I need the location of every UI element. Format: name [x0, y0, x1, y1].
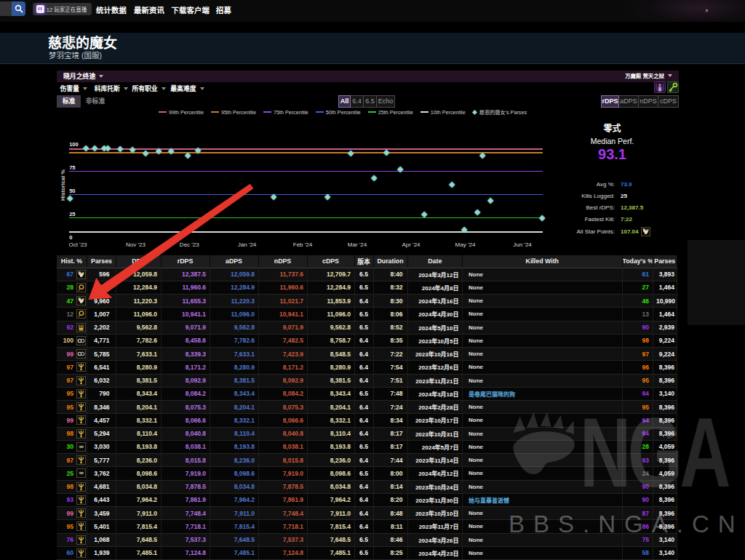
parse-point[interactable] — [347, 150, 354, 156]
parse-point[interactable] — [184, 152, 191, 159]
parse-point[interactable] — [82, 145, 89, 151]
patch-button-echo[interactable]: Echo — [377, 95, 395, 108]
table-row[interactable]: 95 5,401 7,815.4 7,718.1 7,815.4 7,718.1… — [57, 520, 677, 533]
patch-button-6.5[interactable]: 6.5 — [364, 95, 377, 108]
table-row[interactable]: 25∞ 3,762 8,098.6 7,919.0 8,098.6 7,919.… — [57, 467, 677, 480]
rdps-value: 7,878.5 — [161, 480, 210, 493]
patch-version: 6.4 — [354, 414, 373, 427]
table-row[interactable]: 60 1,939 7,485.1 7,124.8 7,485.1 7,124.8… — [57, 546, 677, 559]
dps-value: 7,485.1 — [116, 546, 162, 559]
table-row[interactable]: 93 6,443 7,964.2 7,861.9 7,964.2 7,861.9… — [57, 493, 677, 506]
table-row[interactable]: 12 1,007 11,096.0 10,941.1 11,096.0 10,9… — [57, 308, 677, 321]
patch-version: 6.4 — [354, 480, 373, 493]
killed-with: None — [463, 295, 623, 308]
boss-icon[interactable] — [654, 81, 666, 93]
search-button[interactable] — [12, 1, 25, 16]
ring-icon — [76, 309, 86, 319]
parse-point[interactable] — [383, 149, 389, 156]
table-row[interactable]: 67 596 12,059.8 12,387.5 12,059.8 11,737… — [57, 268, 677, 281]
table-row[interactable]: 47 9,960 11,220.3 11,655.3 11,220.3 11,0… — [57, 295, 677, 308]
stat-value: 73.9 — [621, 181, 632, 188]
table-row[interactable]: 99 5,785 7,633.1 8,339.3 7,633.1 7,423.9… — [57, 348, 677, 361]
stat-label: Avg %: — [546, 181, 615, 188]
table-row[interactable]: 97 6,032 8,381.5 8,092.9 8,381.5 8,092.9… — [57, 374, 677, 387]
kill-duration: 8:35 — [373, 334, 407, 347]
adps-value: 11,220.3 — [210, 295, 258, 308]
column-header[interactable]: nDPS — [258, 255, 307, 268]
killed-with-link[interactable]: 是卷尾巴猫咪的狗 — [469, 391, 515, 398]
filter-dropdown[interactable]: 科库托斯 — [95, 82, 128, 95]
column-header[interactable]: rDPS — [161, 255, 210, 268]
column-header[interactable]: aDPS — [210, 255, 258, 268]
table-row[interactable]: 97 5,777 8,236.0 8,015.8 8,236.0 8,015.8… — [57, 454, 677, 467]
column-header[interactable]: Duration — [373, 255, 407, 268]
table-row[interactable]: 98 5,294 8,110.4 8,040.8 8,110.4 8,040.8… — [57, 427, 677, 440]
adps-value: 9,562.8 — [210, 321, 258, 334]
table-row[interactable]: 95 790 8,343.4 8,084.2 8,343.4 8,084.2 8… — [57, 387, 677, 400]
ndps-value: 7,748.4 — [258, 507, 307, 520]
parse-point[interactable] — [142, 150, 148, 156]
table-row[interactable]: 97 6,541 8,280.9 8,171.2 8,280.9 8,171.2… — [57, 361, 677, 374]
column-header[interactable]: Hist. % — [57, 255, 87, 268]
metric-button-rdps[interactable]: rDPS — [601, 95, 619, 108]
column-header[interactable]: 版本 — [354, 255, 373, 268]
table-row[interactable]: 76 1,068 7,648.5 7,537.3 7,648.5 7,537.3… — [57, 533, 677, 546]
rdps-value: 12,387.5 — [161, 268, 210, 281]
twitch-live-badge[interactable]: 12 玩家正在直播 — [33, 3, 92, 16]
column-header[interactable]: Today's % — [622, 255, 653, 268]
parse-point[interactable] — [487, 197, 493, 204]
killed-with-value: None — [469, 297, 483, 304]
metric-button-cdps[interactable]: cDPS — [658, 95, 679, 108]
kill-date: 2024年3月18日 — [407, 387, 463, 400]
nav-link[interactable]: 最新资讯 — [134, 0, 164, 22]
patch-button-all[interactable]: All — [338, 95, 351, 108]
column-header[interactable]: cDPS — [307, 255, 354, 268]
killed-with-link[interactable]: 她与直暴皆逝憾 — [469, 497, 509, 504]
column-header[interactable]: Date — [407, 255, 463, 268]
parse-point[interactable] — [91, 145, 97, 151]
patch-button-6.4[interactable]: 6.4 — [351, 95, 364, 108]
metric-button-ndps[interactable]: nDPS — [639, 95, 658, 108]
tab-standard[interactable]: 标准 — [57, 95, 81, 108]
search-input[interactable] — [0, 1, 12, 16]
parse-point[interactable] — [474, 209, 480, 215]
table-row[interactable]: 95 8,346 8,204.1 8,075.3 8,204.1 8,075.3… — [57, 401, 677, 414]
y-tick-label: 75 — [69, 164, 75, 171]
parse-point[interactable] — [538, 215, 545, 222]
table-row[interactable]: 30∞ 3,030 8,193.8 8,038.1 8,193.8 8,038.… — [57, 440, 677, 453]
table-row[interactable]: 99 3,459 7,911.0 7,748.4 7,911.0 7,748.4… — [57, 507, 677, 520]
column-header[interactable]: Parses — [87, 255, 116, 268]
filter-dropdown[interactable]: 伤害量 — [60, 82, 87, 95]
nav-link[interactable]: 招募 — [216, 0, 231, 22]
column-header[interactable]: DPS — [116, 255, 162, 268]
key-icon[interactable] — [667, 81, 679, 93]
table-row[interactable]: 98 4,681 8,034.8 7,878.5 8,034.8 7,878.5… — [57, 480, 677, 493]
column-header[interactable]: Parses — [653, 255, 677, 268]
expansion-dropdown[interactable]: 晓月之终途 — [63, 71, 103, 82]
filter-dropdown[interactable]: 最高难度 — [170, 82, 204, 95]
table-row[interactable]: 28 12,284.9 11,960.6 12,284.9 11,960.6 1… — [57, 281, 677, 294]
parse-point[interactable] — [67, 195, 73, 201]
kill-date: 2024年5月10日 — [407, 321, 463, 334]
hist-percent: 98 — [60, 430, 74, 437]
zone-dropdown[interactable]: 万魔殿 荒天之狱 — [625, 71, 672, 82]
table-row[interactable]: 99 4,457 8,332.1 8,066.6 8,332.1 8,066.6… — [57, 414, 677, 427]
today-percent: 94 — [622, 427, 653, 440]
column-header[interactable]: Killed With — [463, 255, 623, 268]
table-row[interactable]: 92 2,202 9,562.8 9,071.9 9,562.8 9,071.9… — [57, 321, 677, 334]
table-row[interactable]: 100 4,771 7,782.6 8,458.6 7,782.6 7,482.… — [57, 334, 677, 347]
nav-link[interactable]: 统计数据 — [96, 0, 127, 22]
parse-point[interactable] — [448, 182, 455, 188]
metric-button-adps[interactable]: aDPS — [619, 95, 639, 108]
kill-duration: 8:14 — [373, 480, 407, 493]
parse-point[interactable] — [479, 152, 485, 159]
cdps-value: 8,758.7 — [307, 334, 354, 347]
filter-dropdown[interactable]: 所有职业 — [132, 82, 165, 95]
page-header: 慈悲的魔女 梦羽宝境 (国服) — [0, 33, 745, 64]
adps-value: 8,193.8 — [210, 440, 258, 453]
parses-count: 9,960 — [87, 295, 116, 308]
tab-nonstandard[interactable]: 非标准 — [80, 95, 111, 108]
nav-link[interactable]: 下载客户端 — [172, 0, 210, 22]
rdps-value: 7,919.0 — [161, 467, 210, 480]
parse-point[interactable] — [370, 175, 377, 181]
